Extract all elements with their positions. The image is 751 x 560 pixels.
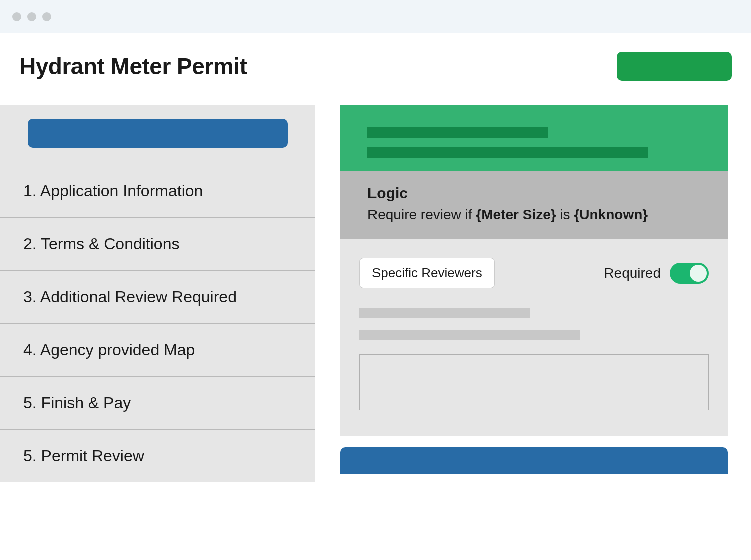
bottom-action-button[interactable] [340, 447, 728, 474]
main-panel: Logic Require review if {Meter Size} is … [340, 105, 751, 482]
sidebar-item-additional-review[interactable]: 3. Additional Review Required [0, 271, 315, 324]
primary-action-button[interactable] [617, 52, 732, 81]
window-dot-maximize-icon[interactable] [42, 12, 51, 21]
window-chrome [0, 0, 751, 33]
logic-title: Logic [367, 185, 701, 202]
sidebar: 1. Application Information 2. Terms & Co… [0, 105, 315, 482]
toggle-knob-icon [690, 265, 707, 282]
required-toggle[interactable] [670, 263, 709, 284]
window-dot-close-icon[interactable] [12, 12, 21, 21]
reviewers-row: Specific Reviewers Required [359, 258, 709, 288]
content-placeholder-1 [359, 308, 530, 318]
logic-token-field: {Meter Size} [476, 207, 556, 222]
sidebar-item-finish-pay[interactable]: 5. Finish & Pay [0, 377, 315, 430]
sidebar-item-terms-conditions[interactable]: 2. Terms & Conditions [0, 218, 315, 271]
panel-header [340, 105, 728, 182]
sidebar-item-application-information[interactable]: 1. Application Information [0, 165, 315, 218]
logic-token-value: {Unknown} [574, 207, 648, 222]
required-group: Required [604, 263, 709, 284]
logic-connector: is [556, 207, 574, 222]
required-label: Required [604, 265, 661, 281]
reviewers-section: Specific Reviewers Required [340, 239, 728, 436]
sidebar-item-permit-review[interactable]: 5. Permit Review [0, 430, 315, 482]
header: Hydrant Meter Permit [0, 33, 751, 105]
window-dot-minimize-icon[interactable] [27, 12, 36, 21]
text-input-area[interactable] [359, 354, 709, 410]
panel-header-placeholder-2 [367, 147, 648, 158]
logic-prefix: Require review if [367, 207, 476, 222]
logic-section: Logic Require review if {Meter Size} is … [340, 171, 728, 250]
panel-header-placeholder-1 [367, 127, 548, 138]
specific-reviewers-button[interactable]: Specific Reviewers [359, 258, 495, 288]
panel-group: Logic Require review if {Meter Size} is … [340, 105, 728, 436]
sidebar-action-button[interactable] [28, 119, 288, 148]
content-placeholder-2 [359, 330, 580, 340]
content-area: 1. Application Information 2. Terms & Co… [0, 105, 751, 482]
sidebar-item-agency-map[interactable]: 4. Agency provided Map [0, 324, 315, 377]
logic-rule: Require review if {Meter Size} is {Unkno… [367, 207, 701, 223]
page-title: Hydrant Meter Permit [19, 53, 247, 80]
